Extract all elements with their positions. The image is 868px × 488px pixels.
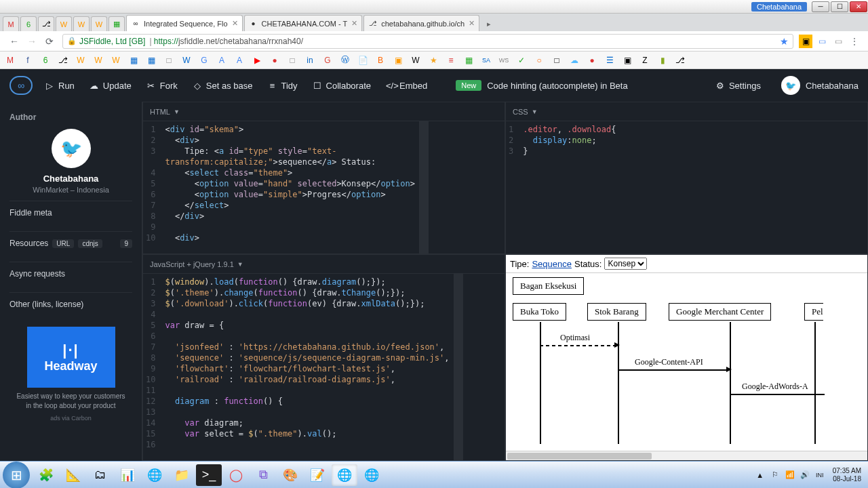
pinned-tab[interactable]: W <box>56 16 72 31</box>
bookmark-icon[interactable]: ▣ <box>392 54 404 66</box>
bookmark-icon[interactable]: ▦ <box>462 54 475 66</box>
bookmark-icon[interactable]: ● <box>269 54 281 66</box>
html-editor[interactable]: 12345678910 <div id="skema"> <div> Tipe:… <box>143 121 505 253</box>
settings-button[interactable]: ⚙Settings <box>715 81 761 91</box>
bookmark-icon[interactable]: ▦ <box>127 54 140 66</box>
js-pane-header[interactable]: JavaScript + jQuery 1.9.1▼ <box>143 255 505 274</box>
hint-label[interactable]: Code hinting (autocomplete) in Beta <box>487 81 627 91</box>
bookmark-icon[interactable]: □ <box>286 54 298 66</box>
pinned-tab[interactable]: W <box>91 16 107 31</box>
url-input[interactable]: 🔒 JSFiddle, Ltd [GB] | https://jsfiddle.… <box>62 34 793 49</box>
bookmark-icon[interactable]: A <box>216 54 228 66</box>
pinned-tab[interactable]: 6 <box>20 16 37 31</box>
setbase-button[interactable]: ◇Set as base <box>193 81 253 91</box>
scrollbar[interactable] <box>419 121 429 253</box>
taskbar-icon[interactable]: 🗂 <box>87 464 113 486</box>
tab-close-icon[interactable]: ✕ <box>469 19 475 28</box>
bookmark-icon[interactable]: f <box>22 54 34 66</box>
bookmark-icon[interactable]: □ <box>551 54 563 66</box>
tray-network-icon[interactable]: 📶 <box>784 469 796 481</box>
sidebar-item-other[interactable]: Other (links, license) <box>9 292 132 316</box>
pinned-tab[interactable]: ▦ <box>108 16 125 31</box>
bookmark-icon[interactable]: ✓ <box>515 54 528 66</box>
css-pane-header[interactable]: CSS▼ <box>506 102 867 121</box>
bookmark-icon[interactable]: A <box>233 54 245 66</box>
scrollbar[interactable] <box>454 274 463 460</box>
ad-link[interactable]: ads via Carbon <box>9 415 132 422</box>
bookmark-icon[interactable]: W <box>110 54 122 66</box>
sequence-link[interactable]: Sequence <box>532 259 572 269</box>
taskbar-icon[interactable]: ◯ <box>223 464 249 486</box>
pinned-tab[interactable]: ⎇ <box>38 16 54 31</box>
bookmark-icon[interactable]: G <box>321 54 334 66</box>
bookmark-icon[interactable]: ▦ <box>145 54 157 66</box>
bookmark-icon[interactable]: ⎇ <box>57 54 69 66</box>
tab-jsfiddle[interactable]: ∞Integrated Sequence, Flo✕ <box>126 15 243 31</box>
close-button[interactable]: ✕ <box>850 1 867 12</box>
bookmark-icon[interactable]: ≡ <box>445 54 457 66</box>
embed-button[interactable]: </>Embed <box>386 81 427 91</box>
taskbar-icon[interactable]: 🌐 <box>142 464 167 486</box>
tray-flag-icon[interactable]: ⚐ <box>769 469 781 481</box>
js-editor[interactable]: 12345678910111213141516 $(window).load(f… <box>143 274 505 460</box>
pinned-tab[interactable]: M <box>3 16 19 31</box>
jsfiddle-logo-icon[interactable]: ∞ <box>9 76 33 95</box>
tab-close-icon[interactable]: ✕ <box>232 19 238 28</box>
bookmark-icon[interactable]: in <box>304 54 316 66</box>
avatar[interactable]: 🐦 <box>781 76 800 95</box>
extension-icon[interactable]: ▣ <box>799 35 812 48</box>
extension-icon[interactable]: ▭ <box>815 35 829 48</box>
taskbar-icon[interactable]: 📐 <box>60 464 86 486</box>
bookmark-icon[interactable]: 📄 <box>357 54 369 66</box>
tab-github[interactable]: ⎇chetabahana.github.io/ch✕ <box>363 15 479 31</box>
status-select[interactable]: Konsep <box>604 258 647 270</box>
bookmark-icon[interactable]: ▶ <box>251 54 263 66</box>
taskbar-icon[interactable]: 📝 <box>304 464 330 486</box>
bookmark-icon[interactable]: ▮ <box>656 54 669 66</box>
forward-icon[interactable]: → <box>25 35 39 48</box>
bookmark-icon[interactable]: ▣ <box>621 54 633 66</box>
sidebar-item-resources[interactable]: Resources URL cdnjs 9 <box>9 231 132 255</box>
bookmark-icon[interactable]: W <box>92 54 104 66</box>
taskbar-icon[interactable]: 🧩 <box>33 464 59 486</box>
bookmark-icon[interactable]: Ⓦ <box>339 54 351 66</box>
bookmark-icon[interactable]: M <box>4 54 16 66</box>
author-avatar[interactable]: 🐦 <box>52 129 91 168</box>
taskbar-chrome-active[interactable]: 🌐 <box>332 464 357 486</box>
bookmark-icon[interactable]: ☰ <box>604 54 616 66</box>
bookmark-icon[interactable]: ☁ <box>568 54 580 66</box>
pinned-tab[interactable]: W <box>73 16 90 31</box>
bookmark-icon[interactable]: W <box>410 54 422 66</box>
run-button[interactable]: ▷Run <box>45 81 75 91</box>
tray-volume-icon[interactable]: 🔊 <box>799 469 811 481</box>
bookmark-icon[interactable]: 6 <box>39 54 52 66</box>
taskbar-icon[interactable]: ⧉ <box>250 464 276 486</box>
result-frame[interactable]: Tipe: Sequence Status: Konsep Bagan Ekse… <box>506 255 867 460</box>
new-tab-button[interactable]: ▸ <box>481 16 497 31</box>
sidebar-item-meta[interactable]: Fiddle meta <box>9 201 132 224</box>
css-editor[interactable]: 123 .editor, .download{ display:none; } <box>506 121 867 253</box>
bookmark-icon[interactable]: □ <box>163 54 175 66</box>
back-icon[interactable]: ← <box>7 35 21 48</box>
bookmark-star-icon[interactable]: ★ <box>780 36 789 47</box>
minimize-button[interactable]: ─ <box>812 1 829 12</box>
horizontal-scrollbar[interactable] <box>506 451 867 460</box>
html-pane-header[interactable]: HTML▼ <box>143 102 505 121</box>
tab-chetabahana[interactable]: ●CHETABAHANA.COM - T✕ <box>244 15 363 31</box>
taskbar-icon[interactable]: >_ <box>196 464 222 486</box>
taskbar-icon[interactable]: 🌐 <box>359 464 384 486</box>
fork-button[interactable]: ✂Fork <box>146 81 178 91</box>
start-button[interactable]: ⊞ <box>3 462 30 489</box>
tidy-button[interactable]: ≡Tidy <box>267 81 297 91</box>
bookmark-icon[interactable]: B <box>374 54 387 66</box>
taskbar-icon[interactable]: 🎨 <box>277 464 303 486</box>
username-label[interactable]: Chetabahana <box>806 81 859 91</box>
tray-lang[interactable]: INI <box>814 469 826 481</box>
collaborate-button[interactable]: ☐Collaborate <box>313 81 372 91</box>
tray-up-icon[interactable]: ▲ <box>754 469 766 481</box>
reload-icon[interactable]: ⟳ <box>43 35 56 48</box>
tab-close-icon[interactable]: ✕ <box>351 19 357 28</box>
author-name[interactable]: Chetabahana <box>9 174 132 184</box>
bookmark-icon[interactable]: W <box>75 54 87 66</box>
bookmark-icon[interactable]: W <box>180 54 193 66</box>
